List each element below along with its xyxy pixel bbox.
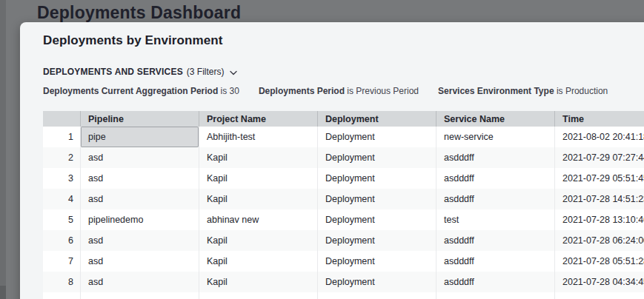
- cell-deployment[interactable]: Deployment: [317, 292, 436, 299]
- table-row: 5pipelinedemoabhinav newDeploymenttest20…: [43, 209, 644, 230]
- table-row: 9asdKapilDeploymentasdddff2021-07-28 04:…: [43, 292, 644, 299]
- cell-service-name[interactable]: asdddff: [436, 251, 554, 272]
- deployments-table: PipelineProject NameDeploymentService Na…: [43, 111, 644, 299]
- cell-project-name[interactable]: Kapil: [199, 230, 317, 251]
- cell-pipeline[interactable]: asd: [80, 147, 199, 168]
- cell-service-name[interactable]: asdddff: [436, 230, 554, 251]
- row-number-column-header: [43, 111, 80, 127]
- cell-pipeline[interactable]: pipe: [80, 127, 199, 147]
- cell-time[interactable]: 2021-08-02 20:41:18: [554, 127, 644, 147]
- cell-pipeline[interactable]: asd: [80, 230, 199, 251]
- cell-time[interactable]: 2021-07-28 04:34:45: [554, 292, 644, 299]
- column-header-pipeline: Pipeline: [80, 111, 199, 127]
- active-filters: Deployments Current Aggregation Period i…: [43, 86, 608, 96]
- cell-project-name[interactable]: Kapil: [199, 147, 317, 168]
- dialog-title: Deployments by Environment: [43, 33, 223, 48]
- row-number: 4: [43, 189, 80, 209]
- cell-service-name[interactable]: new-service: [436, 127, 554, 147]
- cell-pipeline[interactable]: asd: [80, 272, 199, 292]
- row-number: 9: [43, 292, 80, 299]
- table-row: 6asdKapilDeploymentasdddff2021-07-28 06:…: [43, 230, 644, 251]
- cell-deployment[interactable]: Deployment: [317, 147, 436, 168]
- cell-service-name[interactable]: asdddff: [436, 272, 554, 292]
- cell-project-name[interactable]: abhinav new: [199, 209, 317, 230]
- column-header-deployment: Deployment: [317, 111, 436, 127]
- filter-aggregation-period: Deployments Current Aggregation Period i…: [43, 86, 239, 96]
- cell-service-name[interactable]: asdddff: [436, 147, 554, 168]
- filter-deployments-period: Deployments Period is Previous Period: [259, 86, 419, 96]
- cell-project-name[interactable]: Kapil: [199, 168, 317, 189]
- cell-deployment[interactable]: Deployment: [317, 251, 436, 272]
- cell-service-name[interactable]: test: [436, 209, 554, 230]
- deployments-by-environment-dialog: Deployments by Environment DEPLOYMENTS A…: [20, 22, 644, 299]
- cell-project-name[interactable]: Kapil: [199, 251, 317, 272]
- cell-pipeline[interactable]: asd: [80, 168, 199, 189]
- table-body: 1pipeAbhijith-testDeploymentnew-service2…: [43, 127, 644, 299]
- filter-count-label: (3 Filters): [187, 67, 225, 77]
- cell-deployment[interactable]: Deployment: [317, 168, 436, 189]
- cell-time[interactable]: 2021-07-28 13:10:46: [554, 209, 644, 230]
- page-title: Deployments Dashboard: [37, 3, 241, 23]
- chevron-down-icon: [230, 67, 237, 78]
- filter-group-toggle[interactable]: DEPLOYMENTS AND SERVICES (3 Filters): [43, 66, 237, 78]
- cell-deployment[interactable]: Deployment: [317, 209, 436, 230]
- cell-deployment[interactable]: Deployment: [317, 189, 436, 209]
- table-row: 7asdKapilDeploymentasdddff2021-07-28 05:…: [43, 251, 644, 272]
- column-header-project-name: Project Name: [199, 111, 317, 127]
- row-number: 8: [43, 272, 80, 292]
- cell-time[interactable]: 2021-07-28 04:34:45: [554, 272, 644, 292]
- table-row: 1pipeAbhijith-testDeploymentnew-service2…: [43, 127, 644, 147]
- cell-time[interactable]: 2021-07-28 14:51:23: [554, 189, 644, 209]
- cell-deployment[interactable]: Deployment: [317, 127, 436, 147]
- cell-pipeline[interactable]: pipelinedemo: [80, 209, 199, 230]
- cell-service-name[interactable]: asdddff: [436, 292, 554, 299]
- cell-deployment[interactable]: Deployment: [317, 230, 436, 251]
- cell-project-name[interactable]: Kapil: [199, 189, 317, 209]
- cell-time[interactable]: 2021-07-29 07:27:44: [554, 147, 644, 168]
- cell-project-name[interactable]: Kapil: [199, 292, 317, 299]
- table-row: 4asdKapilDeploymentasdddff2021-07-28 14:…: [43, 189, 644, 209]
- column-header-time: Time: [554, 111, 644, 127]
- filter-group-label: DEPLOYMENTS AND SERVICES: [43, 67, 183, 77]
- cell-time[interactable]: 2021-07-29 05:51:45: [554, 168, 644, 189]
- cell-time[interactable]: 2021-07-28 05:51:28: [554, 251, 644, 272]
- row-number: 6: [43, 230, 80, 251]
- cell-pipeline[interactable]: asd: [80, 292, 199, 299]
- row-number: 1: [43, 127, 80, 147]
- column-header-service-name: Service Name: [436, 111, 554, 127]
- table-row: 3asdKapilDeploymentasdddff2021-07-29 05:…: [43, 168, 644, 189]
- cell-pipeline[interactable]: asd: [80, 189, 199, 209]
- cell-deployment[interactable]: Deployment: [317, 272, 436, 292]
- cell-service-name[interactable]: asdddff: [436, 168, 554, 189]
- row-number: 2: [43, 147, 80, 168]
- cell-project-name[interactable]: Abhijith-test: [199, 127, 317, 147]
- row-number: 3: [43, 168, 80, 189]
- cell-pipeline[interactable]: asd: [80, 251, 199, 272]
- table-row: 8asdKapilDeploymentasdddff2021-07-28 04:…: [43, 272, 644, 292]
- cell-time[interactable]: 2021-07-28 06:24:00: [554, 230, 644, 251]
- page-left-edge: [0, 0, 6, 299]
- cell-service-name[interactable]: asdddff: [436, 189, 554, 209]
- table-row: 2asdKapilDeploymentasdddff2021-07-29 07:…: [43, 147, 644, 168]
- row-number: 5: [43, 209, 80, 230]
- page-left-edge-bottom: [0, 286, 6, 299]
- table-header-row: PipelineProject NameDeploymentService Na…: [43, 111, 644, 127]
- filter-environment-type: Services Environment Type is Production: [438, 86, 608, 96]
- row-number: 7: [43, 251, 80, 272]
- cell-project-name[interactable]: Kapil: [199, 272, 317, 292]
